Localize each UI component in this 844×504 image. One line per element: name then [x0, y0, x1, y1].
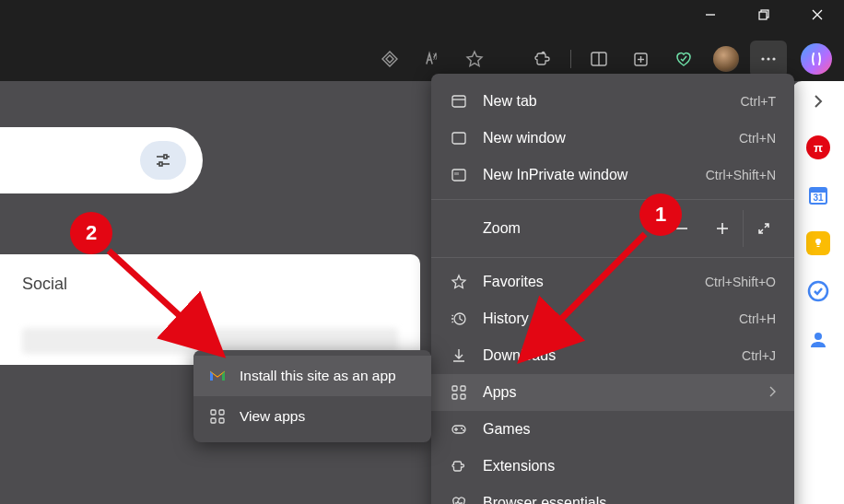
plus-icon — [715, 221, 730, 236]
gmail-filter-bar — [0, 127, 203, 193]
svg-point-39 — [461, 428, 463, 429]
split-screen-icon[interactable] — [580, 41, 617, 77]
menu-label: New window — [483, 130, 724, 147]
svg-point-12 — [767, 57, 769, 60]
menu-label: Browser essentials — [483, 495, 776, 504]
menu-label: New InPrivate window — [483, 167, 691, 183]
collections-icon[interactable] — [623, 41, 660, 77]
svg-rect-35 — [461, 394, 465, 399]
menu-favorites[interactable]: Favorites Ctrl+Shift+O — [431, 264, 794, 300]
submenu-label: View apps — [240, 408, 416, 425]
toolbar-separator — [570, 50, 571, 68]
edge-right-sidebar: π 31 — [792, 81, 844, 504]
read-aloud-icon[interactable]: )) — [414, 41, 451, 77]
svg-rect-32 — [452, 386, 457, 391]
filter-tune-button[interactable] — [140, 141, 186, 180]
menu-browser-essentials[interactable]: Browser essentials — [431, 485, 794, 504]
menu-label: Games — [483, 421, 776, 438]
svg-rect-42 — [219, 410, 224, 415]
menu-new-window[interactable]: New window Ctrl+N — [431, 120, 794, 157]
menu-games[interactable]: Games — [431, 411, 794, 448]
menu-shortcut: Ctrl+Shift+N — [706, 168, 776, 182]
social-tab-label: Social — [22, 275, 67, 293]
menu-shortcut: Ctrl+T — [741, 94, 777, 109]
shopping-icon[interactable] — [371, 41, 408, 77]
extensions-icon[interactable] — [524, 41, 561, 77]
menu-zoom-row: Zoom — [431, 205, 794, 252]
menu-new-inprivate[interactable]: New InPrivate window Ctrl+Shift+N — [431, 157, 794, 193]
menu-shortcut: Ctrl+J — [742, 348, 776, 363]
svg-point-13 — [772, 57, 775, 60]
svg-rect-43 — [211, 418, 216, 423]
zoom-in-button[interactable] — [702, 210, 743, 247]
sidebar-expand-button[interactable] — [811, 94, 826, 111]
menu-label: Favorites — [483, 274, 690, 290]
menu-label: New tab — [483, 93, 726, 110]
menu-history[interactable]: History Ctrl+H — [431, 300, 794, 337]
svg-point-11 — [761, 57, 764, 60]
apps-submenu: Install this site as an app View apps — [193, 350, 431, 442]
new-tab-icon — [450, 93, 468, 110]
menu-label: Extensions — [483, 458, 776, 475]
submenu-label: Install this site as an app — [240, 368, 416, 384]
zoom-label: Zoom — [483, 220, 662, 237]
inprivate-icon — [450, 167, 468, 183]
svg-rect-34 — [452, 394, 457, 399]
sidebar-app-keep[interactable] — [806, 231, 830, 255]
window-close-button[interactable] — [791, 0, 844, 29]
fullscreen-button[interactable] — [743, 210, 783, 247]
menu-apps[interactable]: Apps — [431, 374, 794, 411]
menu-label: Apps — [483, 384, 754, 401]
svg-rect-41 — [211, 410, 216, 415]
settings-and-more-button[interactable] — [750, 41, 787, 77]
svg-point-40 — [463, 429, 464, 431]
heart-pulse-icon — [450, 495, 468, 504]
svg-rect-17 — [159, 162, 162, 166]
menu-new-tab[interactable]: New tab Ctrl+T — [431, 83, 794, 120]
menu-downloads[interactable]: Downloads Ctrl+J — [431, 337, 794, 374]
gmail-social-tab[interactable]: Social — [0, 254, 420, 365]
browser-essentials-icon[interactable] — [665, 41, 702, 77]
close-icon — [812, 9, 823, 20]
minimize-icon — [705, 9, 716, 20]
submenu-install-app[interactable]: Install this site as an app — [193, 356, 431, 396]
svg-rect-16 — [164, 155, 167, 158]
sidebar-app-tasks[interactable] — [806, 279, 830, 303]
window-restore-button[interactable] — [737, 0, 791, 29]
svg-rect-25 — [452, 133, 465, 144]
tune-icon — [154, 151, 172, 170]
ellipsis-icon — [759, 50, 778, 68]
svg-rect-33 — [461, 386, 465, 391]
sidebar-app-calendar[interactable]: 31 — [806, 183, 830, 207]
menu-label: Downloads — [483, 347, 727, 364]
puzzle-icon — [450, 458, 468, 475]
apps-grid-icon — [208, 408, 227, 425]
submenu-view-apps[interactable]: View apps — [193, 396, 431, 437]
copilot-button[interactable] — [798, 41, 835, 77]
sidebar-app-contacts[interactable] — [806, 327, 830, 351]
svg-rect-23 — [452, 96, 465, 107]
fullscreen-icon — [756, 221, 771, 236]
menu-label: History — [483, 311, 724, 327]
new-window-icon — [450, 130, 468, 147]
svg-text:31: 31 — [813, 193, 824, 203]
menu-separator — [431, 257, 794, 258]
window-minimize-button[interactable] — [684, 0, 737, 29]
annotation-badge-1: 1 — [639, 193, 682, 236]
svg-rect-44 — [219, 418, 224, 423]
menu-extensions[interactable]: Extensions — [431, 448, 794, 485]
sidebar-app-1[interactable]: π — [806, 135, 830, 159]
window-titlebar — [0, 0, 844, 37]
profile-avatar[interactable] — [708, 41, 744, 77]
menu-separator — [431, 199, 794, 200]
apps-icon — [450, 384, 468, 401]
svg-rect-2 — [759, 12, 767, 19]
avatar-image — [713, 46, 739, 72]
chevron-right-icon — [811, 94, 826, 109]
menu-shortcut: Ctrl+H — [739, 311, 776, 326]
restore-icon — [758, 9, 769, 20]
chevron-right-icon — [768, 384, 776, 401]
favorite-star-icon[interactable] — [456, 41, 493, 77]
annotation-badge-2: 2 — [70, 212, 112, 254]
svg-text:)): )) — [433, 53, 438, 60]
